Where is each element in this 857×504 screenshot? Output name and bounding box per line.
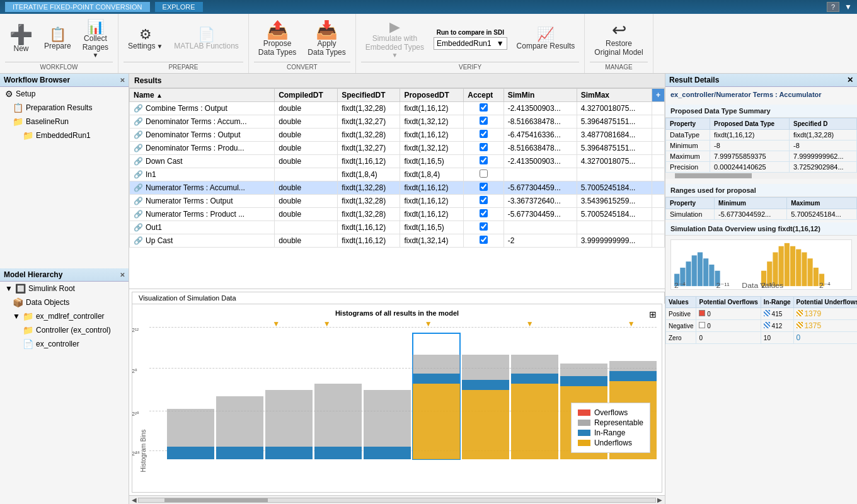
arrow-10: ▼ [606,319,657,332]
ov-th-values: Values [666,297,696,308]
title-tab-main[interactable]: ITERATIVE FIXED-POINT CONVERSION [5,2,150,12]
svg-rect-14 [796,249,801,287]
compare-results-button[interactable]: 📈 Compare Results [512,25,580,54]
workflow-collapse-btn[interactable]: ✕ [120,77,125,84]
propose-icon: 📤 [267,21,289,39]
table-row[interactable]: 🔗Denominator Terms : Produ... double fix… [130,142,665,155]
ov-values: Negative [666,320,696,332]
sidebar-item-ex-controller[interactable]: 📄 ex_controller [0,337,129,351]
sidebar-item-setup[interactable]: ⚙ Setup [0,87,129,101]
col-accept[interactable]: Accept [464,89,503,102]
cell-accept[interactable] [464,234,503,248]
table-scrollbar[interactable] [665,173,857,179]
accept-checkbox[interactable] [480,209,488,217]
sidebar-item-embedded-run[interactable]: 📁 EmbeddedRun1 [0,129,129,142]
viz-tab[interactable]: Visualization of Simulation Data [132,292,665,304]
ov-th-overflows: Potential Overflows [696,297,761,308]
workflow-label: WORKFLOW [5,62,113,71]
overflow-indicator-neg [699,322,705,328]
cell-name: 🔗Numerator Terms : Product ... [130,208,275,221]
window-controls[interactable]: ▼ [844,3,852,11]
cell-accept[interactable] [464,208,503,221]
prepare-button[interactable]: 📋 Prepare [40,25,76,54]
cell-accept[interactable] [464,115,503,129]
scroll-left-btn[interactable]: ◀ [130,496,138,503]
col-simmax[interactable]: SimMax [577,89,652,102]
new-button[interactable]: ➕ New [5,22,37,56]
table-row[interactable]: 🔗Down Cast double fixdt(1,16,12) fixdt(1… [130,155,665,168]
cell-accept[interactable] [464,102,503,115]
table-row[interactable]: 🔗In1 fixdt(1,8,4) fixdt(1,8,4) [130,168,665,181]
accept-checkbox[interactable] [480,222,488,231]
cell-accept[interactable] [464,195,503,208]
cell-accept[interactable] [464,168,503,181]
right-panel: Result Details ✕ ex_controller/Numerator… [665,74,857,504]
table-row[interactable]: 🔗Numerator Terms : Product ... double fi… [130,208,665,221]
cell-accept[interactable] [464,181,503,195]
cell-accept[interactable] [464,142,503,155]
col-simmin[interactable]: SimMin [503,89,577,102]
horizontal-scrollbar[interactable] [138,498,656,503]
ov-overflows: 0 [696,320,761,332]
sidebar-item-preparation-results[interactable]: 📋 Preparation Results [0,101,129,115]
run-compare-group: Run to compare in SDI EmbeddedRun1 ▼ [431,26,510,52]
sidebar-item-data-objects[interactable]: 📦 Data Objects [0,295,129,309]
accept-checkbox[interactable] [480,183,488,191]
table-row[interactable]: 🔗Up Cast double fixdt(1,16,12) fixdt(1,3… [130,234,665,248]
histogram-area: Histogram Bins 2¹² 2⁸ 2²⁸ 2⁴⁸ [137,319,657,472]
run-dropdown[interactable]: EmbeddedRun1 ▼ [434,37,507,50]
accept-checkbox[interactable] [480,143,488,151]
accept-checkbox[interactable] [480,117,488,125]
bar-6-inrange [413,374,460,384]
accept-checkbox[interactable] [480,103,488,112]
cell-accept[interactable] [464,221,503,234]
accept-checkbox[interactable] [480,130,488,138]
col-compiled[interactable]: CompiledDT [275,89,338,102]
y-axis-label: Histogram Bins [137,319,149,472]
histogram-expand-btn[interactable]: ⊞ [649,309,657,319]
inrange-indicator [764,310,770,316]
results-table-wrapper[interactable]: Name ▲ CompiledDT SpecifiedDT ProposedDT… [129,88,665,289]
settings-button[interactable]: ⚙ Settings ▼ [124,25,167,54]
cell-simmax: 4.3270018075... [577,155,652,168]
model-collapse-btn[interactable]: ✕ [120,272,125,278]
help-button[interactable]: ? [827,2,839,12]
cell-accept[interactable] [464,155,503,168]
sidebar-item-controller[interactable]: 📁 Controller (ex_control) [0,323,129,337]
workflow-buttons: ➕ New 📋 Prepare 📊 Collect Ranges ▼ [5,16,113,62]
svg-rect-2 [686,261,691,286]
run-dropdown-arrow: ▼ [497,39,504,48]
collect-ranges-button[interactable]: 📊 Collect Ranges ▼ [78,17,113,62]
arrows-row: ▼ ▼ ▼ ▼ ▼ [149,319,657,332]
sidebar-item-mdlref-controller[interactable]: ▼ 📁 ex_mdlref_controller [0,309,129,323]
col-specified[interactable]: SpecifiedDT [338,89,400,102]
accept-checkbox[interactable] [480,196,488,204]
table-row[interactable]: 🔗Combine Terms : Output double fixdt(1,3… [130,102,665,115]
cell-empty [652,129,664,142]
restore-original-button[interactable]: ↩ Restore Original Model [590,18,647,60]
cell-simmax: 3.9999999999... [577,234,652,248]
result-details-close[interactable]: ✕ [847,76,853,84]
apply-data-types-button[interactable]: 📥 Apply Data Types [303,18,350,60]
left-panel-resize[interactable] [0,499,129,504]
cell-accept[interactable] [464,129,503,142]
table-row[interactable]: 🔗Denominator Terms : Accum... double fix… [130,115,665,129]
scroll-right-btn[interactable]: ▶ [656,496,664,503]
col-name[interactable]: Name ▲ [130,89,275,102]
bar-6-underflow [413,384,460,459]
accept-checkbox[interactable] [480,156,488,164]
sidebar-item-baseline-run[interactable]: 📁 BaselineRun [0,115,129,129]
title-tab-explore[interactable]: EXPLORE [155,2,203,12]
manage-label: MANAGE [590,62,647,71]
cell-proposed: fixdt(1,16,12) [400,181,464,195]
table-row[interactable]: 🔗Denominator Terms : Output double fixdt… [130,129,665,142]
col-proposed[interactable]: ProposedDT [400,89,464,102]
col-add[interactable]: + [652,89,664,102]
table-row[interactable]: 🔗Numerator Terms : Accumul... double fix… [130,181,665,195]
sidebar-item-simulink-root[interactable]: ▼ 🔲 Simulink Root [0,282,129,295]
accept-checkbox[interactable] [480,169,488,178]
table-row[interactable]: 🔗Out1 fixdt(1,16,12) fixdt(1,16,5) [130,221,665,234]
table-row[interactable]: 🔗Numerator Terms : Output double fixdt(1… [130,195,665,208]
propose-data-types-button[interactable]: 📤 Propose Data Types [254,18,301,60]
accept-checkbox[interactable] [480,236,488,244]
